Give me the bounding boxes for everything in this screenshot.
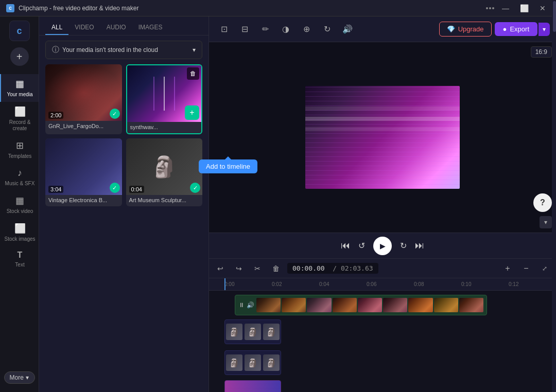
- skip-to-start-button[interactable]: ⏮: [341, 240, 350, 251]
- sidebar-logo: c: [9, 21, 30, 41]
- trim-tool-button[interactable]: ⊟: [236, 21, 253, 38]
- media-card-gnr[interactable]: 2:00 ✓ GnR_Live_FargoDo...: [45, 64, 122, 134]
- sidebar-item-your-media[interactable]: ▦ Your media: [0, 74, 39, 102]
- contrast-tool-button[interactable]: ◑: [277, 21, 294, 38]
- video-track-content: ⏸ 🔊: [235, 298, 486, 312]
- delete-button[interactable]: 🗑: [269, 261, 283, 276]
- sidebar-item-stock-images[interactable]: ⬜ Stock images: [0, 219, 39, 246]
- timeline-time-display: 00:00.00 / 02:03.63: [287, 263, 378, 274]
- split-tool-button[interactable]: ⊕: [298, 21, 315, 38]
- cloud-bar-text: Your media isn't stored in the cloud: [62, 46, 158, 54]
- sculpture-track-2: 🗿 🗿 🗿: [224, 347, 556, 378]
- art-label: Art Museum Sculptur...: [126, 195, 203, 206]
- gnr-label: GnR_Live_FargoDo...: [45, 121, 122, 132]
- sidebar-item-record-create[interactable]: ⬜ Record & create: [0, 102, 39, 136]
- upgrade-button[interactable]: 💎 Upgrade: [439, 22, 492, 37]
- media-thumb-vintage: 3:04 ✓: [45, 138, 122, 195]
- templates-icon: ⊞: [16, 140, 24, 151]
- timeline-scrollbar[interactable]: [552, 278, 556, 392]
- cloud-storage-bar[interactable]: ⓘ Your media isn't stored in the cloud ▾: [45, 41, 202, 59]
- sidebar: c + ▦ Your media ⬜ Record & create ⊞ Tem…: [0, 16, 39, 392]
- ruler-mark-1: 0:02: [272, 281, 319, 287]
- record-create-label: Record & create: [3, 119, 37, 132]
- media-thumb-synth: 🗑 +: [127, 65, 202, 122]
- zoom-out-button[interactable]: −: [519, 261, 533, 276]
- video-track-clip[interactable]: ⏸ 🔊: [235, 295, 487, 315]
- synth-label: synthwav...: [127, 122, 202, 133]
- media-panel: ALL VIDEO AUDIO IMAGES ⓘ Your media isn'…: [39, 16, 209, 392]
- media-card-vintage[interactable]: 3:04 ✓ Vintage Electronica B...: [45, 138, 122, 206]
- help-button[interactable]: ?: [533, 193, 552, 212]
- crop-tool-button[interactable]: ⊡: [215, 21, 233, 38]
- rotate-tool-button[interactable]: ↻: [318, 21, 336, 38]
- undo-button[interactable]: ↩: [213, 261, 228, 276]
- titlebar-left: c Clipchamp - free video editor & video …: [6, 4, 138, 12]
- your-media-icon: ▦: [15, 78, 24, 90]
- titlebar-title: Clipchamp - free video editor & video ma…: [19, 5, 138, 12]
- gnr-check-icon: ✓: [110, 109, 120, 119]
- sculpture-clip-2[interactable]: 🗿 🗿 🗿: [224, 350, 281, 375]
- color-tool-button[interactable]: ✏: [256, 21, 274, 38]
- sidebar-item-music-sfx[interactable]: ♪ Music & SFX: [0, 164, 39, 191]
- track-frame-9: [459, 298, 483, 312]
- export-caret-button[interactable]: ▾: [538, 23, 550, 36]
- art-check-icon: ✓: [190, 183, 200, 193]
- redo-button[interactable]: ↪: [232, 261, 246, 276]
- zoom-in-button[interactable]: +: [500, 261, 515, 276]
- stock-video-label: Stock video: [7, 208, 33, 215]
- rewind-button[interactable]: ↺: [358, 241, 365, 251]
- collapse-button[interactable]: ▾: [540, 216, 552, 228]
- text-icon: T: [18, 251, 23, 260]
- media-card-synth[interactable]: 🗑 + synthwav...: [126, 64, 203, 134]
- skip-to-end-button[interactable]: ⏭: [415, 240, 424, 251]
- sidebar-item-text[interactable]: T Text: [0, 246, 39, 272]
- more-label: More: [10, 374, 24, 381]
- sculpture-thumb-1b: 🗿: [245, 324, 261, 340]
- fit-timeline-button[interactable]: ⤢: [537, 261, 552, 276]
- stock-video-icon: ▦: [15, 195, 24, 206]
- music-icon: ♪: [18, 168, 22, 179]
- titlebar-dots[interactable]: [486, 7, 494, 9]
- timeline-body: 0:00 0:02 0:04 0:06 0:08 0:10 0:12: [209, 278, 556, 392]
- main-video-track: ⏸ 🔊: [224, 291, 556, 316]
- top-toolbar: ⊡ ⊟ ✏ ◑ ⊕ ↻ 🔊 💎 Upgrade ● Export ▾: [209, 16, 556, 42]
- titlebar: c Clipchamp - free video editor & video …: [0, 0, 556, 16]
- cut-button[interactable]: ✂: [250, 261, 265, 276]
- forward-button[interactable]: ↻: [400, 241, 407, 251]
- synth-clip[interactable]: [224, 380, 281, 392]
- sidebar-item-stock-video[interactable]: ▦ Stock video: [0, 191, 39, 219]
- export-button[interactable]: ● Export: [495, 22, 537, 36]
- track-frame-thumbnails: [256, 298, 483, 312]
- aspect-ratio-badge: 16:9: [531, 46, 552, 58]
- tab-audio[interactable]: AUDIO: [100, 21, 132, 35]
- maximize-button[interactable]: ⬜: [517, 1, 531, 15]
- synth-trash-icon[interactable]: 🗑: [187, 67, 199, 80]
- timeline-area: ↩ ↪ ✂ 🗑 00:00.00 / 02:03.63 + − ⤢: [209, 258, 556, 392]
- sculpture-thumb-2b: 🗿: [245, 354, 261, 371]
- export-icon: ●: [503, 25, 507, 33]
- synth-add-button[interactable]: +: [185, 105, 199, 120]
- gem-icon: 💎: [447, 25, 455, 33]
- stock-images-label: Stock images: [4, 236, 35, 242]
- your-media-label: Your media: [7, 92, 32, 98]
- tab-images[interactable]: IMAGES: [132, 21, 169, 35]
- add-media-button[interactable]: +: [10, 47, 29, 66]
- timeline-ruler: 0:00 0:02 0:04 0:06 0:08 0:10 0:12: [209, 278, 556, 291]
- playhead[interactable]: [224, 278, 225, 290]
- tab-all[interactable]: ALL: [45, 21, 68, 35]
- play-button[interactable]: ▶: [373, 237, 392, 255]
- app-container: c + ▦ Your media ⬜ Record & create ⊞ Tem…: [0, 16, 556, 392]
- sculpture-clip-1[interactable]: 🗿 🗿 🗿: [224, 319, 281, 344]
- close-button[interactable]: ✕: [535, 1, 550, 15]
- timeline-toolbar: ↩ ↪ ✂ 🗑 00:00.00 / 02:03.63 + − ⤢: [209, 259, 556, 278]
- minimize-button[interactable]: —: [498, 1, 513, 15]
- tab-video[interactable]: VIDEO: [68, 21, 100, 35]
- pause-indicator-icon: ⏸: [238, 301, 245, 309]
- music-label: Music & SFX: [5, 181, 35, 187]
- sidebar-item-templates[interactable]: ⊞ Templates: [0, 136, 39, 164]
- more-button[interactable]: More ▾: [4, 371, 35, 384]
- gnr-duration: 2:00: [48, 112, 63, 119]
- volume-tool-button[interactable]: 🔊: [339, 21, 356, 38]
- media-card-art[interactable]: 🗿 0:04 ✓ Art Museum Sculptur...: [126, 138, 203, 206]
- sculpture-thumb-2a: 🗿: [226, 354, 242, 371]
